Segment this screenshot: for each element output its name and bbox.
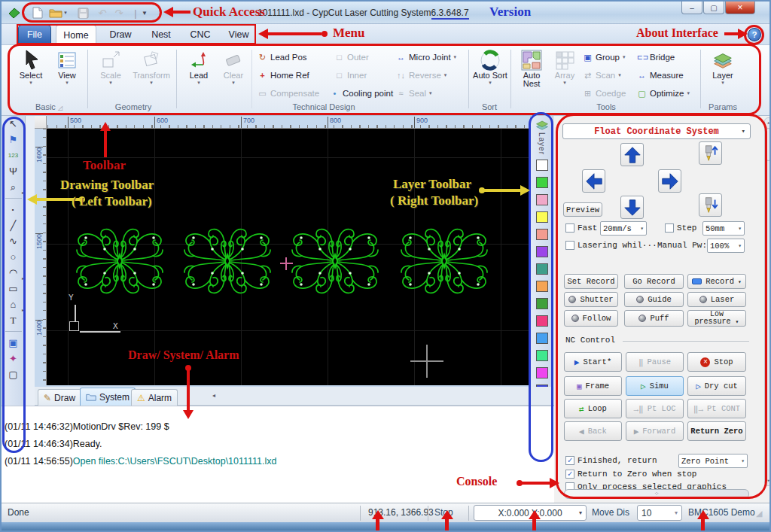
annotation-about-interface: About Interface (636, 26, 718, 40)
annotation-drawing-toolbar-1: Drawing Toolbar (60, 178, 154, 193)
annotation-rect-right-panel (556, 114, 767, 499)
window-bottom-border (2, 522, 769, 532)
ornament-pattern (290, 225, 380, 297)
tab-draw[interactable]: ✎Draw (38, 389, 81, 406)
ruler-corner (35, 116, 47, 129)
doc-tab-bar: ✎Draw System ⚠Alarm ◂ (35, 387, 554, 406)
log-line: (01/11 14:46:32)MotionDrv $Rev: 199 $ (5, 421, 169, 432)
annotation-ellipse-left-toolbar (2, 117, 26, 453)
pencil-icon: ✎ (44, 393, 51, 403)
tab-scroll-left-icon[interactable]: ◂ (212, 392, 215, 399)
move-dis-label: Move Dis (592, 507, 629, 518)
chevron-down-icon: ▾ (579, 509, 582, 516)
version-number: 6.3.648.7 (431, 8, 469, 20)
annotation-console: Console (456, 475, 497, 488)
status-state: Done (8, 507, 29, 518)
chevron-down-icon: ▾ (675, 509, 678, 516)
horizontal-ruler: 500 600 700 800 900 (47, 116, 529, 129)
move-dis-dropdown[interactable]: 10 ▾ (637, 505, 682, 521)
folder-icon (86, 393, 96, 401)
axis-y-line (75, 305, 76, 321)
origin-marker (69, 321, 79, 331)
annotation-version: Version (489, 5, 531, 20)
minimize-button[interactable]: – (681, 2, 702, 14)
annotation-toolbar: Toolbar (83, 158, 126, 173)
axis-x-line (80, 331, 120, 333)
ornament-pattern (182, 225, 273, 297)
axis-x-label: X (113, 321, 118, 331)
maximize-button[interactable]: ▢ (703, 2, 724, 14)
resize-grip[interactable]: ◢ (756, 509, 762, 518)
tab-system[interactable]: System (80, 388, 136, 406)
annotation-layer-toolbar-2: ( Right Toolbar) (390, 193, 478, 208)
ornament-pattern (75, 225, 165, 297)
tab-alarm[interactable]: ⚠Alarm (131, 389, 178, 406)
window-title: 1011111.lxd - CypCut Laser Cutting Syste… (258, 8, 469, 18)
annotation-quick-access: Quick Access (193, 5, 265, 20)
ornament-pattern (399, 225, 489, 297)
app-window: ▾ ↶ ↷ | ▼ 1011111.lxd - CypCut Laser Cut… (0, 0, 771, 532)
axis-y-label: Y (69, 293, 74, 302)
status-bar: Done 913.16, 1366.93 Stop X:0.000 Y:0.00… (2, 503, 769, 522)
close-button[interactable]: × (725, 2, 755, 14)
vertical-ruler: 1600 1500 1400 (35, 129, 47, 385)
annotation-ellipse-quick-access (22, 2, 162, 23)
annotation-dsa: Draw/ System/ Alarm (128, 348, 239, 362)
log-line: (01/11 14:56:55)Open files:C:\Users\FSCU… (5, 456, 277, 467)
annotation-rect-ribbon (8, 44, 761, 115)
annotation-drawing-toolbar-2: ( Left Toolbar) (72, 194, 152, 209)
annotation-layer-toolbar-1: Layer Toolbar (393, 177, 471, 192)
annotation-ellipse-layer-toolbar (529, 112, 553, 462)
annotation-rect-menu (17, 24, 256, 44)
annotation-menu: Menu (333, 26, 365, 41)
splitter (26, 116, 35, 406)
app-logo-icon (6, 5, 21, 20)
warning-icon: ⚠ (137, 393, 145, 403)
